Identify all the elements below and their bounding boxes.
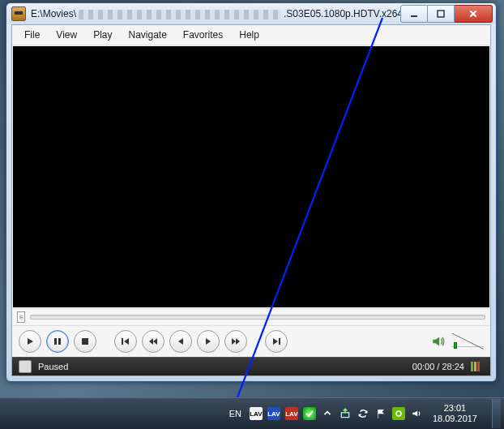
step-forward-button[interactable] bbox=[197, 330, 220, 353]
seek-bar-row: ⎘ bbox=[12, 308, 490, 325]
title-file-suffix: .S03E05.1080p.HDTV.x264.mkv bbox=[284, 8, 400, 19]
menu-view[interactable]: View bbox=[49, 28, 84, 42]
svg-rect-4 bbox=[82, 338, 88, 345]
pause-button[interactable] bbox=[46, 330, 69, 353]
rewind-button[interactable] bbox=[142, 330, 164, 353]
menu-play[interactable]: Play bbox=[86, 28, 119, 42]
security-tray-icon[interactable] bbox=[303, 407, 316, 420]
mute-button[interactable] bbox=[430, 333, 446, 350]
chapter-marker-icon[interactable]: ⎘ bbox=[17, 311, 25, 323]
skip-forward-button[interactable] bbox=[265, 330, 288, 353]
svg-point-9 bbox=[396, 411, 401, 416]
minimize-button[interactable] bbox=[400, 5, 428, 23]
skip-back-button[interactable] bbox=[114, 330, 137, 353]
filters-indicator-icon[interactable] bbox=[471, 362, 484, 371]
svg-rect-2 bbox=[54, 338, 57, 345]
language-indicator[interactable]: EN bbox=[226, 407, 245, 420]
playback-state-label: Paused bbox=[38, 362, 68, 371]
taskbar-clock[interactable]: 23:01 18.09.2017 bbox=[428, 403, 482, 424]
player-status-bar: Paused 00:00 / 28:24 bbox=[12, 357, 490, 375]
clock-date: 18.09.2017 bbox=[433, 414, 477, 424]
svg-rect-0 bbox=[411, 15, 417, 17]
menu-navigate[interactable]: Navigate bbox=[121, 28, 173, 42]
seek-bar[interactable] bbox=[30, 315, 485, 320]
menu-file[interactable]: File bbox=[17, 28, 47, 42]
window-buttons bbox=[400, 5, 493, 23]
media-player-window: E:\Movies\.S03E05.1080p.HDTV.x264.mkv Fi… bbox=[6, 2, 497, 382]
sync-tray-icon[interactable] bbox=[357, 407, 369, 420]
playback-time-label: 00:00 / 28:24 bbox=[412, 362, 464, 371]
title-redacted-segment bbox=[79, 10, 281, 19]
fast-forward-button[interactable] bbox=[224, 330, 247, 353]
safely-remove-tray-icon[interactable] bbox=[339, 407, 352, 420]
app-icon bbox=[11, 6, 26, 21]
svg-rect-1 bbox=[438, 11, 444, 17]
video-area[interactable] bbox=[13, 46, 489, 307]
status-file-icon bbox=[19, 360, 32, 373]
window-title: E:\Movies\.S03E05.1080p.HDTV.x264.mkv bbox=[31, 8, 400, 19]
maximize-button[interactable] bbox=[428, 5, 455, 23]
lav-audio-tray-icon[interactable]: LAV bbox=[285, 407, 298, 420]
menu-favorites[interactable]: Favorites bbox=[176, 28, 230, 42]
tray-overflow-icon[interactable] bbox=[321, 407, 334, 420]
playback-controls bbox=[12, 325, 490, 357]
step-back-button[interactable] bbox=[169, 330, 192, 353]
client-area: File View Play Navigate Favorites Help ⎘ bbox=[11, 24, 491, 376]
close-button[interactable] bbox=[455, 5, 493, 23]
svg-rect-3 bbox=[58, 338, 61, 345]
system-tray: EN LAV LAV LAV bbox=[221, 403, 487, 424]
svg-rect-8 bbox=[341, 413, 348, 418]
action-center-flag-icon[interactable] bbox=[374, 407, 387, 420]
title-path-prefix: E:\Movies\ bbox=[31, 8, 76, 19]
menu-help[interactable]: Help bbox=[232, 28, 267, 42]
titlebar[interactable]: E:\Movies\.S03E05.1080p.HDTV.x264.mkv bbox=[6, 3, 496, 24]
svg-rect-6 bbox=[279, 338, 280, 345]
clock-time: 23:01 bbox=[444, 403, 467, 414]
volume-slider[interactable] bbox=[451, 333, 484, 350]
volume-tray-icon[interactable] bbox=[410, 407, 423, 420]
taskbar: EN LAV LAV LAV bbox=[0, 397, 504, 429]
nvidia-tray-icon[interactable] bbox=[392, 407, 405, 420]
lav-video-tray-icon[interactable]: LAV bbox=[267, 407, 280, 420]
lav-splitter-tray-icon[interactable]: LAV bbox=[250, 407, 263, 420]
stop-button[interactable] bbox=[74, 330, 96, 353]
show-desktop-button[interactable] bbox=[492, 399, 501, 428]
svg-rect-5 bbox=[122, 338, 123, 345]
play-button[interactable] bbox=[19, 330, 41, 353]
menu-bar: File View Play Navigate Favorites Help bbox=[12, 25, 490, 45]
